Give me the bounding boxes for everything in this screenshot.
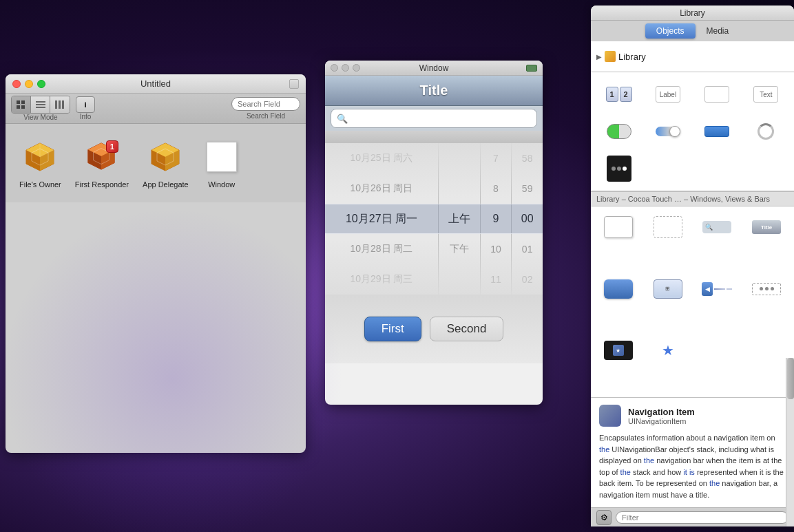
ios-bottom-area: First Second — [325, 295, 543, 363]
app-delegate-label: App Delegate — [143, 180, 189, 189]
picker-ampm-row-4 — [439, 264, 480, 295]
wvb-window-dashed[interactable] — [645, 211, 691, 244]
svg-rect-5 — [36, 104, 45, 105]
desc-link-6[interactable]: the — [709, 479, 720, 487]
search-icon: 🔍 — [337, 114, 348, 124]
wvb-dots-nav[interactable] — [743, 273, 790, 306]
library-titlebar: Library — [591, 6, 794, 21]
view-mode-label: View Mode — [23, 114, 57, 121]
picker-minute-row-0: 58 — [512, 143, 543, 173]
library-filter-bar: ⚙ — [591, 507, 794, 526]
ios-window-battery-icon — [526, 65, 537, 72]
view-mode-list-btn[interactable] — [31, 96, 50, 113]
app-delegate-icon — [146, 138, 185, 176]
picker-hour-row-1: 8 — [481, 173, 512, 204]
window-object-label: Window — [208, 180, 235, 189]
view-mode-group: View Mode — [11, 96, 70, 121]
wvb-rect-btn[interactable]: ⊞ — [645, 273, 691, 306]
desc-link-4[interactable]: it — [683, 468, 687, 476]
resize-button[interactable] — [289, 79, 299, 89]
ios-close-btn[interactable] — [331, 64, 338, 72]
lib-comp-text[interactable]: Text — [744, 78, 788, 111]
slider-icon — [656, 122, 680, 141]
first-responder-object[interactable]: 1 First Responder — [75, 138, 129, 189]
desc-text: Encapsulates information about a navigat… — [599, 432, 786, 500]
lib-comp-label-box[interactable]: Label — [645, 78, 690, 111]
traffic-lights — [12, 80, 45, 88]
wvb-window[interactable] — [595, 211, 642, 244]
second-button[interactable]: Second — [430, 317, 504, 341]
ios-navbar-title: Title — [420, 83, 448, 98]
desc-link-1[interactable]: the — [599, 445, 609, 454]
ios-toolbar-area — [325, 131, 543, 143]
window-wvb-icon — [603, 215, 634, 239]
lib-comp-toggle[interactable] — [596, 115, 641, 148]
zoom-button[interactable] — [37, 80, 45, 88]
label-box-icon: Label — [656, 85, 680, 104]
info-button[interactable]: i — [76, 96, 95, 113]
library-scrollbar[interactable] — [786, 358, 794, 526]
empty-box-icon — [704, 85, 729, 104]
desc-link-3[interactable]: the — [620, 468, 631, 476]
wvb-back-nav[interactable]: ◀ — [694, 273, 741, 306]
picker-ampm-row-1 — [439, 173, 480, 204]
ios-search-field[interactable]: 🔍 — [331, 109, 537, 128]
library-panel: Library Objects Media ▶ Library 1 2 — [591, 6, 794, 526]
untitled-titlebar: Untitled — [6, 74, 306, 94]
rect-btn-icon: ⊞ — [653, 277, 683, 301]
svg-rect-2 — [17, 105, 20, 109]
search-group: Search Field — [231, 97, 300, 120]
lib-comp-slider[interactable] — [645, 115, 690, 148]
app-delegate-object[interactable]: App Delegate — [143, 138, 189, 189]
lib-comp-dark-box[interactable] — [596, 152, 641, 185]
window-object[interactable]: Window — [202, 138, 241, 189]
picker-minute-row-1: 59 — [512, 173, 543, 204]
desc-link-2[interactable]: the — [644, 456, 654, 465]
wvb-star[interactable]: ★ — [645, 334, 691, 367]
desc-link-5[interactable]: is — [689, 468, 695, 476]
ios-window: Window Title 🔍 10月25日 周六 10月26日 周日 10月27… — [325, 61, 543, 405]
toggle-icon — [607, 122, 631, 141]
tab-media[interactable]: Media — [696, 23, 740, 39]
wvb-blue-btn[interactable] — [595, 273, 642, 306]
desc-item-class: UINavigationItem — [628, 417, 695, 425]
close-button[interactable] — [12, 80, 21, 88]
ios-minimize-btn[interactable] — [342, 64, 349, 72]
wvb-toolbar-dark[interactable]: ★ — [595, 334, 642, 367]
svg-rect-4 — [36, 101, 45, 103]
ios-titlebar: Window — [325, 61, 543, 76]
back-nav-icon: ◀ — [702, 277, 732, 301]
picker-hour-row-0: 7 — [481, 143, 512, 173]
ios-date-picker[interactable]: 10月25日 周六 10月26日 周日 10月27日 周一 10月28日 周二 … — [325, 143, 543, 295]
library-description: Navigation Item UINavigationItem Encapsu… — [591, 397, 794, 507]
search-input[interactable] — [231, 97, 300, 111]
desc-header: Navigation Item UINavigationItem — [599, 405, 786, 427]
filter-gear-button[interactable]: ⚙ — [596, 510, 612, 525]
text-icon: Text — [753, 85, 778, 104]
lib-comp-stepper[interactable] — [695, 115, 740, 148]
spinner-icon — [753, 122, 778, 141]
nav-item-icon — [599, 405, 621, 427]
desc-name-group: Navigation Item UINavigationItem — [628, 407, 695, 425]
view-mode-column-btn[interactable] — [50, 96, 70, 113]
files-owner-label: File's Owner — [19, 180, 61, 189]
view-mode-icon-btn[interactable] — [12, 96, 31, 113]
lib-comp-label-tabs[interactable]: 1 2 — [596, 78, 641, 111]
untitled-window-title: Untitled — [140, 78, 171, 89]
picker-date-row-0: 10月25日 周六 — [325, 143, 438, 173]
tab-objects[interactable]: Objects — [645, 23, 696, 39]
lib-comp-empty-box[interactable] — [695, 78, 740, 111]
first-button[interactable]: First — [364, 317, 421, 341]
minimize-button[interactable] — [25, 80, 33, 88]
scrollbar-thumb[interactable] — [787, 358, 794, 399]
files-owner-object[interactable]: File's Owner — [19, 138, 61, 189]
wvb-searchbar[interactable]: 🔍 — [694, 211, 741, 244]
ios-navbar: Title — [325, 76, 543, 106]
lib-comp-spinner[interactable] — [744, 115, 788, 148]
picker-date-row-3: 10月28日 周二 — [325, 234, 438, 264]
picker-ampm-row-3: 下午 — [439, 234, 480, 264]
ios-zoom-btn[interactable] — [353, 64, 360, 72]
lib-section-label: Library – Cocoa Touch … – Windows, Views… — [591, 191, 794, 206]
filter-input[interactable] — [616, 511, 788, 524]
wvb-navbar[interactable]: Title — [743, 211, 790, 244]
